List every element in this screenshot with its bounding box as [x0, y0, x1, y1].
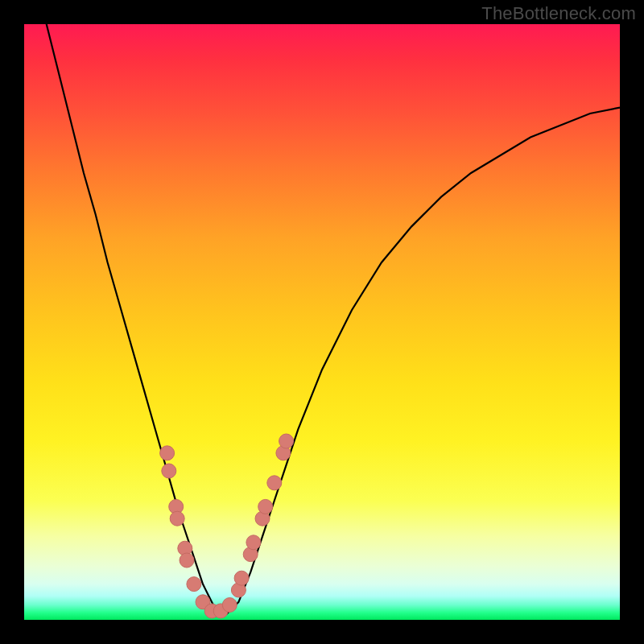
- data-marker: [234, 571, 249, 585]
- data-markers: [160, 434, 294, 618]
- data-marker: [279, 434, 294, 448]
- data-marker: [267, 476, 282, 490]
- chart-svg: [24, 24, 620, 620]
- data-marker: [162, 464, 176, 478]
- data-marker: [170, 511, 184, 526]
- data-marker: [222, 598, 237, 613]
- data-marker: [160, 446, 175, 460]
- bottleneck-curve: [24, 0, 620, 614]
- data-marker: [187, 577, 201, 592]
- plot-area: [24, 24, 620, 620]
- watermark-text: TheBottleneck.com: [481, 3, 636, 24]
- data-marker: [258, 499, 273, 514]
- data-marker: [246, 535, 261, 550]
- chart-frame: TheBottleneck.com: [0, 0, 644, 644]
- data-marker: [180, 553, 194, 568]
